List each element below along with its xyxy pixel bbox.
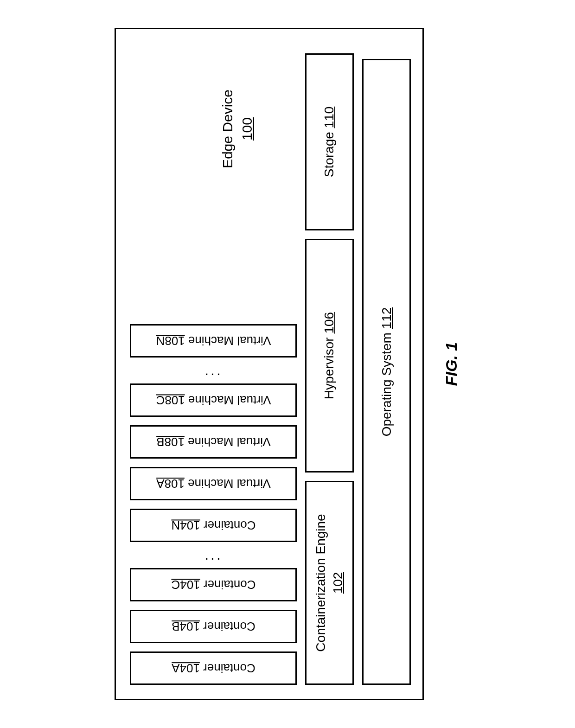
- figure-label: FIG. 1: [442, 342, 460, 386]
- vm-108c-box: Virtual Machine 108C: [130, 383, 297, 417]
- container-104n-text: Container 104N: [171, 518, 256, 533]
- container-104b-box: Container 104B: [130, 610, 297, 643]
- diagram-page: Edge Device 100 Container 104A Container…: [115, 16, 460, 712]
- hypervisor-ref: 106: [322, 312, 336, 334]
- operating-system-text: Operating System: [379, 332, 394, 436]
- vm-108n-box: Virtual Machine 108N: [130, 324, 297, 358]
- vm-108b-text: Virtual Machine 108B: [156, 434, 271, 449]
- vm-108b-box: Virtual Machine 108B: [130, 425, 297, 459]
- vm-108n-text: Virtual Machine 108N: [156, 334, 271, 348]
- container-ellipsis: ...: [130, 550, 297, 560]
- vm-108a-box: Virtual Machine 108A: [130, 467, 297, 500]
- middle-row: Containerization Engine 102 Hypervisor 1…: [305, 43, 354, 685]
- edge-device-box: Edge Device 100 Container 104A Container…: [115, 28, 424, 700]
- hypervisor-box: Hypervisor 106: [305, 239, 354, 473]
- operating-system-box: Operating System 112: [362, 59, 411, 685]
- vm-ellipsis: ...: [130, 366, 297, 375]
- edge-device-text: Edge Device: [220, 89, 235, 168]
- container-104c-box: Container 104C: [130, 568, 297, 601]
- containerization-engine-box: Containerization Engine 102: [305, 481, 354, 685]
- containerization-engine-ref: 102: [331, 572, 345, 594]
- container-104a-text: Container 104A: [172, 661, 256, 675]
- operating-system-ref: 112: [379, 307, 394, 329]
- storage-text: Storage: [322, 132, 336, 177]
- edge-device-ref: 100: [239, 117, 255, 140]
- top-row: Container 104A Container 104B Container …: [130, 43, 297, 685]
- hypervisor-text: Hypervisor: [322, 337, 336, 399]
- container-104a-box: Container 104A: [130, 651, 297, 685]
- storage-ref: 110: [322, 107, 336, 128]
- storage-box: Storage 110: [305, 53, 354, 230]
- containerization-engine-text: Containerization Engine: [313, 514, 328, 651]
- container-104b-text: Container 104B: [172, 619, 256, 633]
- vm-108a-text: Virtual Machine 108A: [156, 476, 271, 491]
- vm-108c-text: Virtual Machine 108C: [156, 393, 271, 408]
- container-104n-box: Container 104N: [130, 509, 297, 542]
- edge-device-label: Edge Device 100: [218, 89, 257, 168]
- diagram-rotated-wrapper: Edge Device 100 Container 104A Container…: [115, 16, 460, 712]
- container-104c-text: Container 104C: [171, 578, 256, 592]
